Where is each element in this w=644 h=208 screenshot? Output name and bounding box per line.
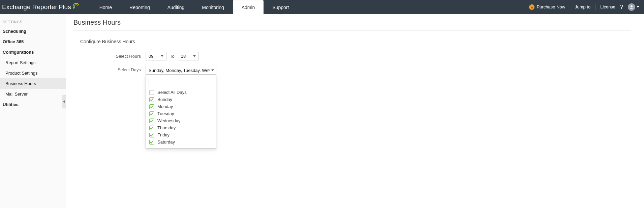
svg-point-2 xyxy=(631,5,633,7)
logo-swirl-icon xyxy=(72,2,80,11)
header-right: Purchase Now Jump to License ? xyxy=(529,0,644,14)
checkbox-icon[interactable] xyxy=(149,90,154,95)
nav-auditing[interactable]: Auditing xyxy=(159,0,193,14)
primary-nav: Home Reporting Auditing Monitoring Admin… xyxy=(91,0,298,14)
nav-reporting[interactable]: Reporting xyxy=(121,0,159,14)
hour-from-select[interactable]: 09 xyxy=(146,52,166,60)
day-item[interactable]: Wednesday xyxy=(149,117,213,124)
checkbox-icon[interactable] xyxy=(149,140,154,145)
day-label: Saturday xyxy=(157,139,175,145)
sidebar-item-office365[interactable]: Office 365 xyxy=(0,36,66,47)
sidebar-item-mail-server[interactable]: Mail Server xyxy=(0,89,66,99)
checkbox-icon[interactable] xyxy=(149,104,154,109)
hour-to-select[interactable]: 18 xyxy=(178,52,199,60)
day-item[interactable]: Tuesday xyxy=(149,110,213,117)
content: Business Hours Configure Business Hours … xyxy=(66,14,644,208)
day-item[interactable]: Thursday xyxy=(149,124,213,131)
to-label: To xyxy=(170,54,175,59)
sidebar-heading: SETTINGS xyxy=(0,16,66,26)
user-menu[interactable] xyxy=(628,3,639,11)
day-item[interactable]: Saturday xyxy=(149,138,213,146)
jump-to-link[interactable]: Jump to xyxy=(575,4,590,9)
chevron-down-icon xyxy=(637,6,639,8)
page-title: Business Hours xyxy=(73,19,631,31)
sidebar-item-utilities[interactable]: Utilities xyxy=(0,99,66,110)
day-item[interactable]: Friday xyxy=(149,131,213,138)
days-dropdown-panel: Select All Days SundayMondayTuesdayWedne… xyxy=(146,75,216,149)
day-item[interactable]: Monday xyxy=(149,103,213,110)
day-item[interactable]: Sunday xyxy=(149,96,213,103)
day-label: Monday xyxy=(157,104,173,109)
checkbox-icon[interactable] xyxy=(149,126,154,130)
brand-name-a: Exchange Reporter xyxy=(2,3,57,11)
clear-selection-icon[interactable]: ✕ xyxy=(208,69,211,72)
select-days-label: Select Days xyxy=(94,67,141,72)
days-search-input[interactable] xyxy=(149,78,213,86)
day-label: Wednesday xyxy=(157,118,180,123)
checkbox-icon[interactable] xyxy=(149,119,154,123)
chevron-down-icon xyxy=(211,70,214,71)
day-item-select-all[interactable]: Select All Days xyxy=(149,89,213,96)
purchase-now-link[interactable]: Purchase Now xyxy=(529,4,565,10)
days-multiselect[interactable]: Sunday, Monday, Tuesday, Wednesday, Thur… xyxy=(146,66,216,75)
svg-point-0 xyxy=(531,8,532,8)
nav-admin[interactable]: Admin xyxy=(233,0,264,14)
brand-logo: Exchange Reporter Plus xyxy=(0,0,85,14)
checkbox-icon[interactable] xyxy=(149,133,154,137)
avatar-icon xyxy=(628,3,635,11)
chevron-down-icon xyxy=(161,55,163,57)
day-label: Sunday xyxy=(157,97,172,102)
nav-home[interactable]: Home xyxy=(91,0,121,14)
sidebar-collapse-handle[interactable] xyxy=(62,95,66,108)
purchase-now-label: Purchase Now xyxy=(536,4,565,9)
chevron-left-icon xyxy=(63,100,65,103)
days-multiselect-value: Sunday, Monday, Tuesday, Wednesday, Thur… xyxy=(149,68,208,73)
header-separator xyxy=(595,4,595,10)
sidebar-item-business-hours[interactable]: Business Hours xyxy=(0,78,66,89)
nav-support[interactable]: Support xyxy=(264,0,298,14)
select-all-label: Select All Days xyxy=(157,90,187,95)
days-list: Select All Days SundayMondayTuesdayWedne… xyxy=(149,89,213,146)
sidebar-item-scheduling[interactable]: Scheduling xyxy=(0,26,66,36)
sidebar-item-product-settings[interactable]: Product Settings xyxy=(0,68,66,78)
svg-point-1 xyxy=(532,8,533,8)
app-header: Exchange Reporter Plus Home Reporting Au… xyxy=(0,0,644,14)
sidebar-item-configurations[interactable]: Configurations xyxy=(0,47,66,57)
sidebar: SETTINGS Scheduling Office 365 Configura… xyxy=(0,14,66,208)
header-separator xyxy=(570,4,570,10)
checkbox-icon[interactable] xyxy=(149,97,154,102)
help-icon[interactable]: ? xyxy=(620,4,623,10)
hour-to-value: 18 xyxy=(181,54,186,59)
sidebar-item-report-settings[interactable]: Report Settings xyxy=(0,57,66,68)
hour-from-value: 09 xyxy=(149,54,153,59)
day-label: Tuesday xyxy=(157,111,174,116)
day-label: Thursday xyxy=(157,125,176,130)
section-title: Configure Business Hours xyxy=(80,39,644,44)
checkbox-icon[interactable] xyxy=(149,111,154,116)
select-hours-label: Select Hours xyxy=(94,54,141,59)
nav-monitoring[interactable]: Monitoring xyxy=(193,0,233,14)
license-link[interactable]: License xyxy=(600,4,615,9)
brand-name-b: Plus xyxy=(59,3,71,11)
cart-icon xyxy=(529,4,534,10)
day-label: Friday xyxy=(157,132,170,137)
chevron-down-icon xyxy=(193,55,196,57)
